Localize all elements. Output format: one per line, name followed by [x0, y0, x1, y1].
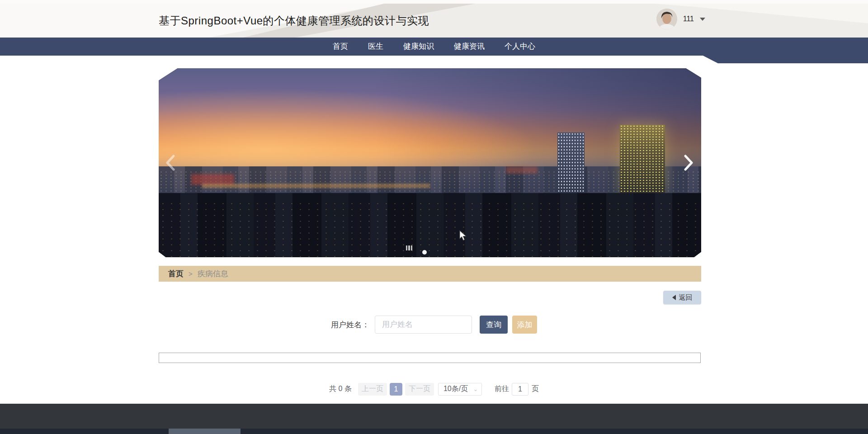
search-form: 用户姓名： 查询 添加	[0, 316, 868, 334]
username[interactable]: 111	[683, 15, 694, 23]
prev-page-button[interactable]: 上一页	[358, 383, 387, 396]
breadcrumb-home-link[interactable]: 首页	[168, 269, 184, 279]
pagination: 共 0 条 上一页 1 下一页 10条/页 ⌄ 前往 页	[0, 382, 868, 396]
carousel-image-citylights-front	[159, 201, 701, 257]
query-button[interactable]: 查询	[480, 316, 508, 334]
add-button[interactable]: 添加	[512, 316, 537, 334]
carousel-next-arrow-icon[interactable]	[683, 154, 694, 172]
mouse-cursor-icon	[459, 230, 467, 243]
horizontal-scrollbar[interactable]	[0, 429, 868, 434]
username-field-label: 用户姓名：	[331, 320, 369, 330]
nav-item-health-knowledge[interactable]: 健康知识	[399, 38, 439, 56]
back-button[interactable]: 返回	[663, 291, 701, 304]
nav-decor-right	[701, 55, 868, 63]
footer	[0, 404, 868, 429]
back-button-label: 返回	[679, 293, 693, 302]
breadcrumb-current: 疾病信息	[198, 269, 228, 279]
image-watermark-icon	[406, 245, 413, 250]
page: 基于SpringBoot+Vue的个体健康管理系统的设计与实现 111 首页 医…	[0, 0, 868, 434]
back-arrow-icon	[672, 295, 676, 300]
page-size-value: 10条/页	[443, 384, 468, 394]
header-decor-strip	[0, 0, 868, 4]
empty-table	[159, 353, 701, 363]
carousel-prev-arrow-icon[interactable]	[165, 154, 176, 172]
breadcrumb: 首页 > 疾病信息	[159, 266, 701, 282]
scrollbar-thumb[interactable]	[169, 429, 241, 434]
carousel-image-light-strip	[202, 184, 430, 188]
nav-item-health-news[interactable]: 健康资讯	[449, 38, 489, 56]
chevron-down-icon[interactable]	[700, 18, 705, 21]
pagination-total: 共 0 条	[329, 384, 352, 394]
avatar[interactable]	[656, 9, 677, 29]
goto-unit-label: 页	[532, 384, 539, 394]
carousel-image-tower	[620, 125, 665, 193]
carousel-image-tower	[557, 132, 585, 193]
page-title: 基于SpringBoot+Vue的个体健康管理系统的设计与实现	[159, 14, 429, 28]
page-size-select[interactable]: 10条/页 ⌄	[438, 383, 482, 396]
breadcrumb-separator: >	[189, 270, 193, 278]
nav-item-home[interactable]: 首页	[328, 38, 353, 56]
nav-item-doctor[interactable]: 医生	[363, 38, 388, 56]
select-caret-icon: ⌄	[473, 386, 478, 392]
carousel-image-red-sign	[506, 166, 538, 174]
nav-item-personal-center[interactable]: 个人中心	[500, 38, 540, 56]
user-menu[interactable]: 111	[656, 0, 705, 38]
carousel-indicator-dot[interactable]	[422, 250, 427, 255]
main-nav: 首页 医生 健康知识 健康资讯 个人中心	[0, 38, 868, 56]
header: 基于SpringBoot+Vue的个体健康管理系统的设计与实现 111	[0, 0, 868, 38]
goto-page-input[interactable]	[512, 383, 528, 396]
page-number-active[interactable]: 1	[390, 383, 402, 396]
goto-label: 前往	[495, 384, 509, 394]
carousel	[159, 68, 701, 257]
next-page-button[interactable]: 下一页	[405, 383, 434, 396]
username-input[interactable]	[375, 316, 472, 334]
